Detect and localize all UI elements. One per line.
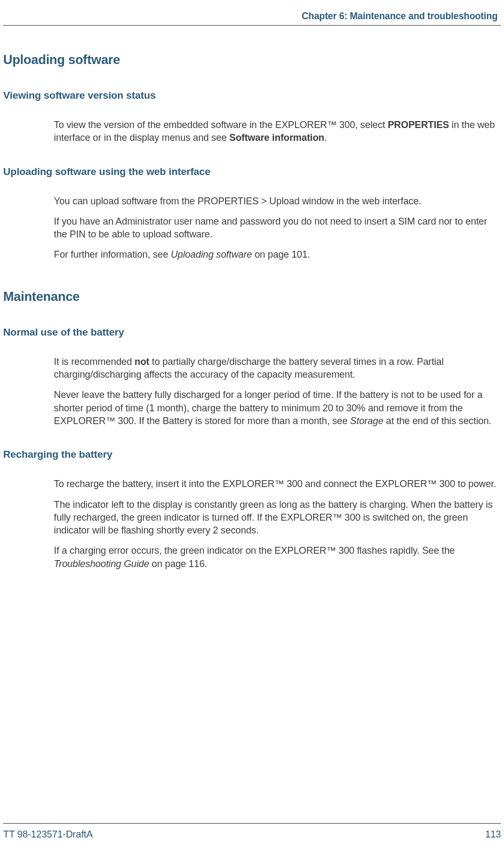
document-id: TT 98-123571-DraftA (3, 829, 93, 840)
bold-text: not (134, 356, 149, 367)
section-heading-uploading-software: Uploading software (3, 52, 501, 67)
subsection-heading-normal-use: Normal use of the battery (3, 326, 501, 338)
text-run: on page 101. (252, 249, 310, 260)
italic-text: Storage (350, 416, 383, 426)
paragraph: To view the version of the embedded soft… (54, 118, 501, 145)
text-run: For further information, see (54, 249, 171, 260)
bold-text: PROPERTIES (388, 119, 449, 130)
text-run: It is recommended (54, 356, 134, 367)
text-run: on page 116. (149, 559, 207, 569)
text-run: To view the version of the embedded soft… (54, 119, 388, 130)
italic-text: Uploading software (171, 249, 252, 260)
paragraph: For further information, see Uploading s… (54, 248, 501, 261)
page-footer: TT 98-123571-DraftA 113 (3, 823, 501, 840)
paragraph: It is recommended not to partially charg… (54, 355, 501, 381)
text-run: at the end of this section. (383, 416, 491, 426)
paragraph: You can upload software from the PROPERT… (54, 195, 501, 208)
page-header: Chapter 6: Maintenance and troubleshooti… (3, 0, 501, 26)
subsection-heading-recharging: Recharging the battery (3, 449, 501, 460)
text-run: If a charging error occurs, the green in… (54, 545, 455, 556)
chapter-title: Chapter 6: Maintenance and troubleshooti… (302, 11, 498, 21)
paragraph: If you have an Administrator user name a… (54, 215, 501, 241)
page-content: Uploading software Viewing software vers… (0, 26, 504, 570)
paragraph: Never leave the battery fully discharged… (54, 388, 501, 427)
paragraph: To recharge the battery, insert it into … (54, 477, 501, 490)
page-number: 113 (485, 829, 501, 840)
subsection-heading-uploading-web: Uploading software using the web interfa… (3, 166, 501, 178)
italic-text: Troubleshooting Guide (54, 559, 149, 569)
paragraph: If a charging error occurs, the green in… (54, 544, 501, 570)
subsection-heading-viewing-status: Viewing software version status (3, 90, 501, 101)
paragraph: The indicator left to the display is con… (54, 498, 501, 537)
bold-text: Software information (229, 132, 324, 143)
section-heading-maintenance: Maintenance (3, 289, 501, 304)
text-run: . (324, 132, 327, 143)
document-page: Chapter 6: Maintenance and troubleshooti… (0, 0, 504, 853)
